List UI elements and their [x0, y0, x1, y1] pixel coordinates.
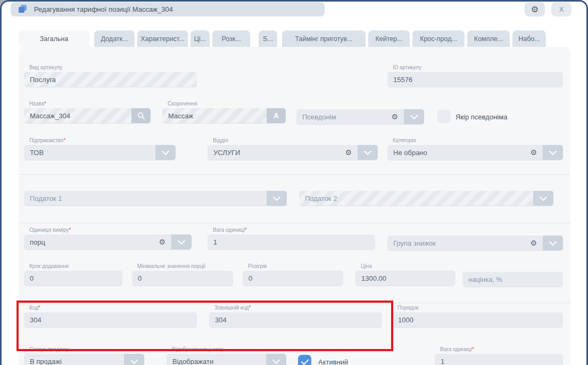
field-value: 304: [30, 316, 42, 324]
field-placeholder: Псевдонім: [302, 113, 336, 121]
tab-cooking-timing[interactable]: Таймінг приготув...: [282, 30, 366, 47]
tab-cross-sale[interactable]: Крос-прод...: [412, 30, 465, 47]
pseudonym-select[interactable]: Псевдонім ⚙: [296, 109, 424, 124]
field-name: Назва* Массаж_304: [24, 101, 151, 123]
close-icon: X: [559, 5, 564, 13]
gear-icon[interactable]: ⚙: [530, 149, 537, 156]
field-label: Назва: [29, 101, 44, 107]
field-short-name: Скорочення Массаж A: [162, 101, 286, 123]
tab-complex[interactable]: Компле...: [467, 30, 510, 47]
tab-general[interactable]: Загальна: [19, 30, 89, 47]
tab-catering[interactable]: Кейтер...: [368, 30, 410, 47]
chevron-down-icon: [364, 148, 371, 155]
field-unit: Одиниця виміру* порц ⚙: [24, 227, 192, 249]
field-placeholder: Група знижок: [393, 239, 436, 247]
enterprise-dropdown-button[interactable]: [155, 145, 176, 160]
field-enterprise: Підприємство* ТОВ: [24, 137, 176, 160]
field-department: Відділ УСЛУГИ ⚙: [208, 137, 378, 160]
section-divider: [19, 174, 570, 175]
field-receipt-display: Відображення у чеку Відображати: [167, 346, 286, 365]
min-portion-input[interactable]: 0: [132, 271, 233, 286]
unit-dropdown-button[interactable]: [171, 234, 192, 249]
name-search-button[interactable]: [131, 108, 151, 123]
short-name-input[interactable]: Массаж A: [162, 108, 286, 123]
check-icon: [301, 357, 309, 365]
tax1-select[interactable]: Податок 1: [24, 191, 287, 206]
enterprise-select[interactable]: ТОВ: [24, 145, 176, 160]
article-type-input[interactable]: Послуга: [24, 72, 197, 87]
sale-status-select[interactable]: В продажі: [24, 354, 144, 365]
gear-icon[interactable]: ⚙: [530, 239, 537, 247]
field-label: Статус продажу: [29, 346, 69, 352]
tab-schedule[interactable]: Розк...: [212, 30, 250, 47]
window-close-button[interactable]: X: [551, 2, 572, 17]
tax1-dropdown-button[interactable]: [267, 191, 287, 206]
field-value: Массаж: [168, 112, 193, 120]
discount-group-select[interactable]: Група знижок ⚙: [387, 236, 563, 250]
warming-input[interactable]: 0: [243, 271, 343, 286]
department-dropdown-button[interactable]: [358, 145, 378, 160]
field-label: Вид артикулу: [29, 64, 62, 70]
chevron-down-icon: [549, 148, 557, 155]
window-title-bar[interactable]: Редагування тарифної позиції Массаж_304: [11, 2, 325, 17]
short-name-font-button[interactable]: A: [267, 108, 286, 123]
section-divider: [19, 223, 570, 223]
tab-sets[interactable]: Набо...: [512, 30, 546, 47]
gear-icon[interactable]: ⚙: [159, 238, 165, 246]
edit-tariff-position-window: Редагування тарифної позиції Массаж_304 …: [0, 0, 588, 365]
required-asterisk: *: [69, 227, 71, 233]
field-category: Категорія Не обрано ⚙: [387, 137, 563, 160]
department-select[interactable]: УСЛУГИ ⚙: [208, 145, 378, 160]
active-label: Активний: [318, 358, 348, 365]
field-label: Вага одиниці: [440, 346, 472, 352]
gear-icon[interactable]: ⚙: [391, 113, 398, 120]
sort-order-input[interactable]: 1000: [392, 312, 563, 327]
chevron-down-icon: [272, 356, 280, 364]
field-label: Порядок: [397, 305, 418, 311]
external-code-input[interactable]: 304: [209, 312, 382, 327]
price-input[interactable]: 1300.00: [355, 271, 456, 286]
add-step-input[interactable]: 0: [24, 271, 122, 286]
article-id-input[interactable]: 15576: [387, 72, 563, 87]
window-settings-button[interactable]: ⚙: [525, 2, 545, 17]
tax2-select[interactable]: Податок 2: [299, 191, 553, 206]
required-asterisk: *: [472, 346, 474, 352]
chevron-down-icon: [162, 148, 169, 155]
tab-prices[interactable]: Ці...: [191, 30, 210, 47]
name-input[interactable]: Массаж_304: [24, 108, 151, 123]
receipt-display-select[interactable]: Відображати: [167, 354, 286, 365]
active-checkbox[interactable]: [298, 355, 311, 365]
section-divider: [19, 303, 570, 303]
tab-s[interactable]: S...: [259, 30, 277, 47]
field-external-code: Зовнішній код* 304: [209, 305, 382, 327]
tax2-dropdown-button[interactable]: [533, 191, 553, 206]
required-asterisk: *: [44, 101, 46, 107]
tab-characteristics[interactable]: Характерист...: [137, 30, 188, 47]
field-tax2: Податок 2: [299, 191, 553, 206]
markup-input[interactable]: націнка, %: [462, 272, 563, 287]
tab-additional[interactable]: Додатк...: [94, 30, 135, 47]
chevron-down-icon: [549, 238, 557, 246]
field-label: Мінімальне значення порції: [137, 263, 205, 269]
field-tax1: Податок 1: [24, 191, 287, 206]
sale-status-dropdown-button[interactable]: [124, 354, 144, 365]
field-label: Код: [29, 305, 38, 311]
field-value: ТОВ: [30, 149, 44, 157]
required-asterisk: *: [38, 305, 40, 311]
unit-weight-bottom-input[interactable]: 1: [435, 354, 563, 365]
code-input[interactable]: 304: [24, 312, 197, 327]
category-select[interactable]: Не обрано ⚙: [387, 145, 563, 160]
field-label: Зовнішній код: [214, 305, 249, 311]
pseudonym-dropdown-button[interactable]: [404, 109, 424, 124]
field-label: Розігрів: [248, 263, 267, 269]
gear-icon[interactable]: ⚙: [345, 149, 352, 156]
chevron-down-icon: [540, 193, 547, 201]
unit-select[interactable]: порц ⚙: [24, 234, 192, 249]
anchor-pseudonym-checkbox[interactable]: [437, 110, 451, 123]
field-article-type: Вид артикулу Послуга: [24, 64, 197, 87]
chevron-down-icon: [178, 237, 185, 245]
unit-weight-input[interactable]: 1: [208, 234, 375, 249]
receipt-display-dropdown-button[interactable]: [266, 354, 286, 365]
discount-group-dropdown-button[interactable]: [543, 236, 563, 250]
category-dropdown-button[interactable]: [543, 145, 563, 160]
